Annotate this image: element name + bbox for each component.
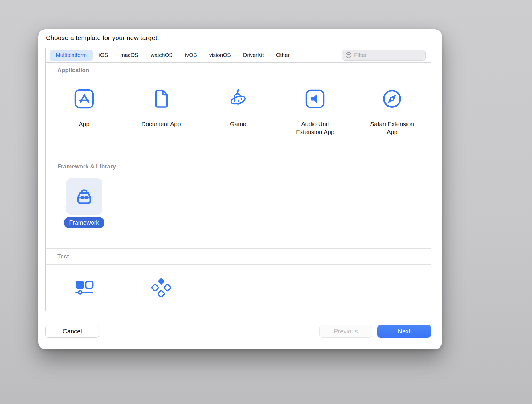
framework-toolbox-icon xyxy=(72,184,96,208)
framework-templates-row: Framework xyxy=(46,175,431,249)
template-audio-unit-extension-app[interactable]: Audio Unit Extension App xyxy=(276,78,354,158)
filter-icon xyxy=(345,52,352,59)
platform-tabbar: Multiplatform iOS macOS watchOS tvOS vis… xyxy=(46,48,431,63)
unit-testing-icon xyxy=(150,277,172,298)
section-header-test: Test xyxy=(46,249,431,265)
template-ui-testing-bundle[interactable] xyxy=(46,265,123,311)
filter-placeholder: Filter xyxy=(354,52,367,59)
template-label: Safari Extension App xyxy=(366,120,419,136)
template-label: Audio Unit Extension App xyxy=(289,120,342,136)
selected-template-name-badge: Framework xyxy=(64,217,104,228)
section-header-framework-library: Framework & Library xyxy=(46,158,431,175)
tab-ios[interactable]: iOS xyxy=(93,50,114,61)
game-ufo-icon xyxy=(227,88,249,110)
template-document-app[interactable]: Document App xyxy=(123,78,200,158)
audio-unit-icon xyxy=(304,88,326,110)
template-label: Document App xyxy=(141,120,181,128)
template-chooser: Multiplatform iOS macOS watchOS tvOS vis… xyxy=(45,48,431,311)
test-templates-row xyxy=(46,265,431,311)
previous-button[interactable]: Previous xyxy=(319,325,372,338)
tab-multiplatform[interactable]: Multiplatform xyxy=(50,50,93,61)
tab-visionos[interactable]: visionOS xyxy=(203,50,237,61)
template-game[interactable]: Game xyxy=(200,78,277,158)
application-templates-row: App Document App xyxy=(46,78,431,158)
app-store-icon xyxy=(73,88,95,110)
filter-field[interactable]: Filter xyxy=(342,50,426,61)
document-icon xyxy=(150,88,172,110)
tab-driverkit[interactable]: DriverKit xyxy=(237,50,270,61)
cancel-button[interactable]: Cancel xyxy=(45,325,99,338)
template-framework-selected[interactable]: Framework xyxy=(46,175,123,248)
template-label: App xyxy=(79,120,90,128)
new-target-dialog: Choose a template for your new target: M… xyxy=(38,29,442,349)
tab-tvos[interactable]: tvOS xyxy=(179,50,203,61)
template-safari-extension-app[interactable]: Safari Extension App xyxy=(354,78,431,158)
tab-watchos[interactable]: watchOS xyxy=(145,50,179,61)
selected-template-tile xyxy=(66,178,102,215)
ui-testing-icon xyxy=(74,277,95,298)
tab-macos[interactable]: macOS xyxy=(114,50,144,61)
template-label: Game xyxy=(230,120,246,128)
safari-compass-icon xyxy=(381,88,403,110)
template-unit-testing-bundle[interactable] xyxy=(123,265,200,311)
section-header-application: Application xyxy=(46,63,431,78)
tab-other[interactable]: Other xyxy=(270,50,296,61)
next-button[interactable]: Next xyxy=(377,325,431,338)
dialog-title: Choose a template for your new target: xyxy=(46,34,159,42)
template-app[interactable]: App xyxy=(46,78,123,158)
